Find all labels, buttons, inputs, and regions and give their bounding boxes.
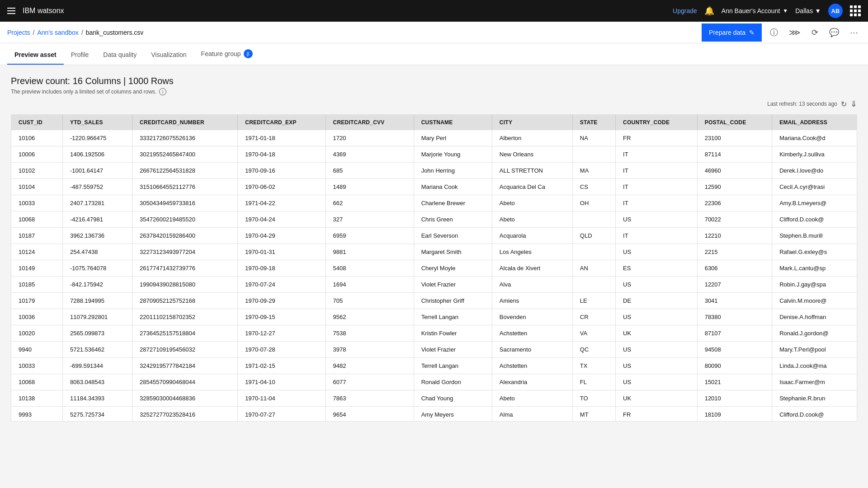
col-header-email-address[interactable]: EMAIL_ADDRESS: [772, 115, 857, 130]
tab-feature-group[interactable]: Feature group β: [194, 44, 260, 65]
table-cell: 15021: [697, 374, 772, 390]
table-cell: ES: [616, 260, 698, 277]
table-cell: NA: [572, 130, 615, 146]
table-cell: 1720: [326, 130, 414, 146]
table-cell: 9654: [326, 407, 414, 422]
col-header-city[interactable]: CITY: [492, 115, 572, 130]
table-row: 100688063.048543285455709904680441971-04…: [11, 374, 857, 390]
table-cell: 9562: [326, 309, 414, 325]
table-cell: 10138: [11, 390, 62, 407]
more-options-button[interactable]: ⋯: [847, 25, 861, 40]
table-cell: 1694: [326, 277, 414, 293]
table-cell: 28727109195456032: [132, 342, 238, 358]
table-cell: Abeto: [492, 390, 572, 407]
subtitle-info-icon[interactable]: i: [159, 88, 166, 95]
table-row: 10104-487.559752315106645521127761970-06…: [11, 179, 857, 195]
table-cell: 327: [326, 211, 414, 228]
table-cell: Alberton: [492, 130, 572, 146]
table-row: 10149-1075.764078261774714327397761970-0…: [11, 260, 857, 277]
table-cell: -1001.64147: [62, 163, 132, 179]
refresh-button[interactable]: ↻: [841, 100, 847, 108]
table-cell: New Orleans: [492, 146, 572, 163]
location-menu[interactable]: Dallas ▼: [795, 7, 821, 14]
table-cell: Linda.J.cook@ma: [772, 358, 857, 374]
table-cell: 94508: [697, 342, 772, 358]
table-cell: US: [616, 211, 698, 228]
table-cell: 30219552465847400: [132, 146, 238, 163]
data-table-container[interactable]: CUST_ID YTD_SALES CREDITCARD_NUMBER CRED…: [11, 114, 857, 422]
refresh-row: Last refresh: 13 seconds ago ↻ ⇓: [11, 99, 857, 109]
table-cell: 1970-11-04: [238, 390, 326, 407]
avatar[interactable]: AB: [828, 4, 843, 18]
menu-icon[interactable]: [7, 8, 15, 14]
table-cell: 10149: [11, 260, 62, 277]
table-cell: 662: [326, 195, 414, 211]
table-cell: 78380: [697, 309, 772, 325]
col-header-state[interactable]: STATE: [572, 115, 615, 130]
table-cell: 6306: [697, 260, 772, 277]
table-header-row: CUST_ID YTD_SALES CREDITCARD_NUMBER CRED…: [11, 115, 857, 130]
table-cell: Calvin.M.moore@: [772, 293, 857, 309]
table-cell: Achstetten: [492, 358, 572, 374]
table-cell: 27364525157518804: [132, 325, 238, 342]
table-row: 99405721.536462287271091954560321970-07-…: [11, 342, 857, 358]
table-cell: 10102: [11, 163, 62, 179]
col-header-postal-code[interactable]: POSTAL_CODE: [697, 115, 772, 130]
table-cell: 1970-09-15: [238, 309, 326, 325]
apps-icon[interactable]: [850, 5, 861, 16]
table-row: 1013811184.34393328590300044688361970-11…: [11, 390, 857, 407]
table-cell: 10006: [11, 146, 62, 163]
tab-visualization[interactable]: Visualization: [144, 46, 193, 65]
table-cell: Amy Meyers: [414, 407, 492, 422]
table-cell: 46960: [697, 163, 772, 179]
share-icon-button[interactable]: ⋙: [786, 25, 803, 40]
table-cell: 1970-04-24: [238, 211, 326, 228]
table-cell: 1970-06-02: [238, 179, 326, 195]
tab-profile[interactable]: Profile: [64, 46, 96, 65]
col-header-creditcard-cvv[interactable]: CREDITCARD_CVV: [326, 115, 414, 130]
tab-data-quality[interactable]: Data quality: [96, 46, 144, 65]
table-cell: US: [616, 277, 698, 293]
col-header-custname[interactable]: CUSTNAME: [414, 115, 492, 130]
col-header-creditcard-exp[interactable]: CREDITCARD_EXP: [238, 115, 326, 130]
comment-icon-button[interactable]: 💬: [826, 25, 842, 40]
table-cell: 1971-04-22: [238, 195, 326, 211]
upgrade-link[interactable]: Upgrade: [673, 7, 697, 14]
table-cell: US: [616, 244, 698, 260]
col-header-cust-id[interactable]: CUST_ID: [11, 115, 62, 130]
download-button[interactable]: ⇓: [850, 99, 857, 109]
table-row: 100202565.099873273645251575188041970-12…: [11, 325, 857, 342]
table-cell: 7863: [326, 390, 414, 407]
table-cell: 32273123493977204: [132, 244, 238, 260]
table-cell: IT: [616, 179, 698, 195]
col-header-country-code[interactable]: COUNTRY_CODE: [616, 115, 698, 130]
col-header-ytd-sales[interactable]: YTD_SALES: [62, 115, 132, 130]
info-icon-button[interactable]: ⓘ: [767, 24, 781, 41]
breadcrumb-projects[interactable]: Projects: [7, 29, 30, 36]
account-menu[interactable]: Ann Bauer's Account ▼: [722, 7, 788, 14]
col-header-creditcard-number[interactable]: CREDITCARD_NUMBER: [132, 115, 238, 130]
preview-subtitle: The preview includes only a limited set …: [11, 88, 857, 95]
table-cell: 33321726075526136: [132, 130, 238, 146]
notification-bell-icon[interactable]: 🔔: [704, 6, 714, 16]
table-cell: 10036: [11, 309, 62, 325]
breadcrumb: Projects / Ann's sandbox / bank_customer…: [7, 29, 143, 36]
table-cell: IT: [616, 228, 698, 244]
prepare-data-button[interactable]: Prepare data ✎: [702, 23, 762, 42]
edit-icon: ✎: [749, 29, 755, 36]
history-icon-button[interactable]: ⟳: [809, 25, 821, 40]
table-cell: Kimberly.J.sulliva: [772, 146, 857, 163]
table-cell: US: [616, 309, 698, 325]
table-cell: 10124: [11, 244, 62, 260]
table-cell: Mark.L.cantu@sp: [772, 260, 857, 277]
table-cell: 12207: [697, 277, 772, 293]
table-row: 101797288.194995287090521257521681970-09…: [11, 293, 857, 309]
table-cell: 31510664552112776: [132, 179, 238, 195]
table-cell: Stephen.B.murill: [772, 228, 857, 244]
table-cell: 28545570990468044: [132, 374, 238, 390]
navbar-right: Upgrade 🔔 Ann Bauer's Account ▼ Dallas ▼…: [673, 4, 861, 18]
tab-preview-asset[interactable]: Preview asset: [7, 46, 64, 65]
table-cell: 10020: [11, 325, 62, 342]
breadcrumb-sandbox[interactable]: Ann's sandbox: [37, 29, 78, 36]
table-cell: LE: [572, 293, 615, 309]
